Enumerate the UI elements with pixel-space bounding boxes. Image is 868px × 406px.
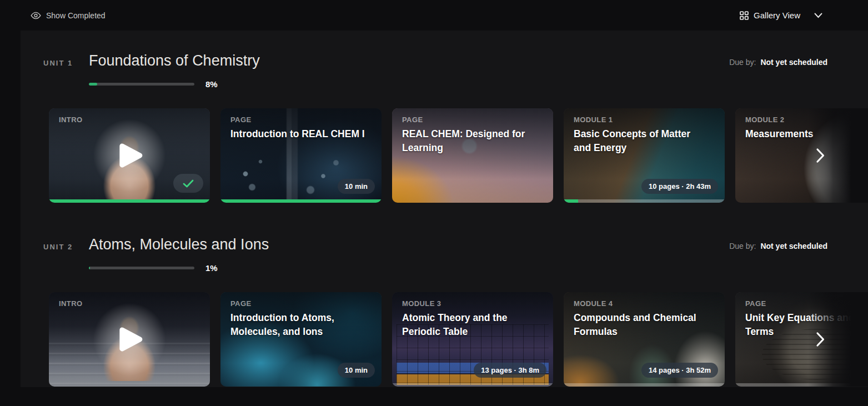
card-module[interactable]: MODULE 2 Measurements xyxy=(735,108,868,203)
card-title: Atomic Theory and the Periodic Table xyxy=(402,311,539,339)
unit-due: Due by: Not yet scheduled xyxy=(729,242,827,250)
play-icon xyxy=(118,142,143,169)
view-selector[interactable]: Gallery View xyxy=(740,11,822,20)
card-kicker: MODULE 2 xyxy=(745,116,784,124)
card-pages-badge: 10 pages · 2h 43m xyxy=(641,179,718,194)
unit-title[interactable]: Atoms, Molecules and Ions xyxy=(89,236,269,253)
due-by-label: Due by: xyxy=(729,242,756,250)
unit-section-2: UNIT 2 Atoms, Molecules and Ions Due by:… xyxy=(0,234,868,406)
cards-row: INTRO PAGE Introduction to Atoms, Molecu… xyxy=(49,292,868,387)
view-selector-label: Gallery View xyxy=(754,11,800,20)
card-progress-bar xyxy=(735,383,868,387)
card-duration-badge: 10 min xyxy=(338,179,375,194)
play-button[interactable] xyxy=(118,325,143,353)
card-module[interactable]: MODULE 1 Basic Concepts of Matter and En… xyxy=(564,108,725,203)
card-page[interactable]: PAGE Unit Key Equations and Terms xyxy=(735,292,868,387)
card-duration-badge: 10 min xyxy=(338,363,375,378)
card-page[interactable]: PAGE Introduction to Atoms, Molecules, a… xyxy=(220,292,382,387)
show-completed-toggle[interactable]: Show Completed xyxy=(31,11,106,20)
unit-progress: 1% xyxy=(89,263,218,273)
carousel-next-button[interactable] xyxy=(814,330,827,349)
unit-kicker: UNIT 2 xyxy=(43,243,73,251)
cards-row: INTRO PAGE Introduction to REAL CHEM I 1… xyxy=(49,108,868,203)
unit-progress-fill xyxy=(89,267,90,269)
card-kicker: MODULE 4 xyxy=(574,299,613,308)
card-pages-badge: 13 pages · 3h 8m xyxy=(474,363,546,378)
gallery-grid-icon xyxy=(740,11,749,20)
due-by-value: Not yet scheduled xyxy=(760,242,827,250)
unit-progress-bar xyxy=(89,83,194,86)
chevron-right-icon xyxy=(816,332,825,347)
chevron-right-icon xyxy=(816,148,825,163)
card-kicker: INTRO xyxy=(59,299,82,308)
card-title: Compounds and Chemical Formulas xyxy=(574,311,710,339)
card-progress-bar xyxy=(564,383,725,387)
card-kicker: PAGE xyxy=(402,116,423,124)
card-progress-fill xyxy=(220,199,382,203)
card-kicker: PAGE xyxy=(230,299,251,308)
toolbar: Show Completed Gallery View xyxy=(0,0,868,31)
unit-kicker: UNIT 1 xyxy=(43,59,73,67)
play-button[interactable] xyxy=(118,142,143,169)
unit-section-1: UNIT 1 Foundations of Chemistry Due by: … xyxy=(0,50,868,233)
due-by-label: Due by: xyxy=(729,58,756,67)
card-intro-video[interactable]: INTRO xyxy=(49,108,210,203)
card-progress-bar xyxy=(220,199,382,203)
card-title: Introduction to Atoms, Molecules, and Io… xyxy=(230,311,367,339)
card-progress-fill xyxy=(49,199,210,203)
carousel-next-button[interactable] xyxy=(814,146,827,166)
due-by-value: Not yet scheduled xyxy=(760,58,827,67)
unit-progress-percent: 1% xyxy=(205,263,218,273)
card-module[interactable]: MODULE 4 Compounds and Chemical Formulas… xyxy=(564,292,725,387)
card-intro-video[interactable]: INTRO xyxy=(49,292,210,387)
card-kicker: PAGE xyxy=(745,299,766,308)
card-title: REAL CHEM: Designed for Learning xyxy=(402,127,539,156)
unit-due: Due by: Not yet scheduled xyxy=(729,58,827,67)
unit-progress-fill xyxy=(89,83,97,86)
card-title: Measurements xyxy=(745,127,868,141)
card-progress-bar xyxy=(564,199,725,203)
card-kicker: PAGE xyxy=(230,116,251,124)
chevron-down-icon xyxy=(814,13,822,18)
card-progress-fill xyxy=(564,199,578,203)
play-icon xyxy=(118,325,143,353)
card-progress-bar xyxy=(392,383,553,387)
check-icon xyxy=(183,179,194,188)
card-title: Unit Key Equations and Terms xyxy=(745,311,868,339)
show-completed-label: Show Completed xyxy=(46,11,106,20)
unit-progress-percent: 8% xyxy=(205,79,218,89)
card-kicker: INTRO xyxy=(59,116,82,124)
card-kicker: MODULE 1 xyxy=(574,116,613,124)
card-title: Basic Concepts of Matter and Energy xyxy=(574,127,710,156)
card-module[interactable]: MODULE 3 Atomic Theory and the Periodic … xyxy=(392,292,553,387)
card-pages-badge: 14 pages · 3h 52m xyxy=(641,363,718,378)
card-page[interactable]: PAGE REAL CHEM: Designed for Learning xyxy=(392,108,553,203)
card-kicker: MODULE 3 xyxy=(402,299,441,308)
completed-check-pill xyxy=(173,174,203,193)
unit-title[interactable]: Foundations of Chemistry xyxy=(89,52,260,69)
card-page[interactable]: PAGE Introduction to REAL CHEM I 10 min xyxy=(220,108,382,203)
card-title: Introduction to REAL CHEM I xyxy=(230,127,367,141)
unit-progress-bar xyxy=(89,267,194,269)
unit-progress: 8% xyxy=(89,79,218,89)
card-progress-bar xyxy=(49,199,210,203)
eye-icon xyxy=(31,12,41,19)
